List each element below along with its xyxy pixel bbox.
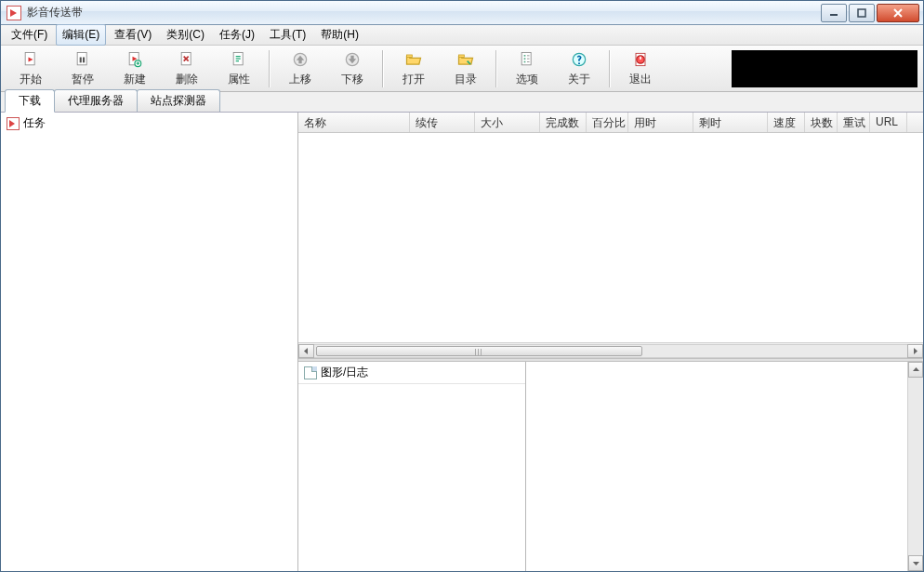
arrow-down-icon <box>341 49 363 70</box>
window-controls <box>819 4 919 22</box>
dir-button[interactable]: 目录 <box>442 48 490 89</box>
props-button[interactable]: 属性 <box>215 48 263 89</box>
vscroll-track[interactable] <box>908 378 923 555</box>
toolbar-separator <box>269 50 271 87</box>
scroll-track[interactable] <box>314 344 907 358</box>
scroll-down-button[interactable] <box>908 555 923 571</box>
window-title: 影音传送带 <box>27 5 83 20</box>
scroll-up-button[interactable] <box>908 362 923 378</box>
tab-0[interactable]: 下载 <box>5 89 55 113</box>
graph-log-header[interactable]: 图形/日志 <box>298 362 525 384</box>
page-props-icon <box>228 49 250 70</box>
log-detail-pane <box>526 362 923 571</box>
toolbar-label: 删除 <box>176 72 198 87</box>
column-header-9[interactable]: 重试 <box>838 113 870 132</box>
options-button[interactable]: 选项 <box>503 48 551 89</box>
svg-rect-13 <box>459 55 465 58</box>
menu-0[interactable]: 文件(F) <box>5 24 54 46</box>
toolbar-label: 上移 <box>289 72 311 87</box>
toolbar-label: 目录 <box>455 72 477 87</box>
column-header-3[interactable]: 完成数 <box>540 113 587 132</box>
column-header-6[interactable]: 剩时 <box>693 113 768 132</box>
app-icon <box>7 6 21 20</box>
toolbar-label: 下移 <box>341 72 363 87</box>
toolbar: 开始暂停新建删除属性上移下移打开目录选项关于退出 <box>1 46 923 92</box>
folder-icon <box>7 117 20 130</box>
toolbar-label: 属性 <box>228 72 250 87</box>
menu-4[interactable]: 任务(J) <box>213 24 261 46</box>
toolbar-label: 关于 <box>568 72 590 87</box>
about-button[interactable]: 关于 <box>555 48 603 89</box>
folder-dir-icon <box>455 49 477 70</box>
moveup-button[interactable]: 上移 <box>276 48 324 89</box>
page-pause-icon <box>72 49 94 70</box>
column-header-2[interactable]: 大小 <box>475 113 540 132</box>
scroll-left-button[interactable] <box>298 344 314 358</box>
close-button[interactable] <box>877 4 919 22</box>
vertical-scrollbar[interactable] <box>907 362 923 571</box>
folder-open-icon <box>403 49 425 70</box>
tab-strip: 下载代理服务器站点探测器 <box>1 92 923 113</box>
column-header-4[interactable]: 百分比 <box>587 113 628 132</box>
open-button[interactable]: 打开 <box>389 48 438 89</box>
scroll-right-button[interactable] <box>907 344 923 358</box>
menu-6[interactable]: 帮助(H) <box>314 24 365 46</box>
category-tree-pane: 任务 <box>1 113 298 571</box>
bottom-split: 图形/日志 <box>298 362 923 571</box>
column-header-1[interactable]: 续传 <box>410 113 475 132</box>
svg-rect-0 <box>830 14 838 16</box>
start-button[interactable]: 开始 <box>7 48 55 89</box>
toolbar-label: 开始 <box>20 72 42 87</box>
menu-bar: 文件(F)编辑(E)查看(V)类别(C)任务(J)工具(T)帮助(H) <box>1 25 923 46</box>
svg-rect-16 <box>524 58 526 60</box>
svg-rect-15 <box>524 55 526 57</box>
menu-1[interactable]: 编辑(E) <box>56 24 106 46</box>
options-icon <box>516 49 538 70</box>
tab-1[interactable]: 代理服务器 <box>54 89 138 112</box>
menu-2[interactable]: 查看(V) <box>108 24 158 46</box>
maximize-button[interactable] <box>849 4 875 22</box>
toolbar-label: 退出 <box>629 72 652 87</box>
title-bar: 影音传送带 <box>1 1 923 25</box>
menu-5[interactable]: 工具(T) <box>263 24 312 46</box>
exit-icon <box>629 49 652 70</box>
task-grid-body[interactable] <box>298 133 923 342</box>
graph-log-label: 图形/日志 <box>321 365 368 380</box>
toolbar-label: 选项 <box>516 72 538 87</box>
toolbar-separator <box>495 50 497 87</box>
app-window: 影音传送带 文件(F)编辑(E)查看(V)类别(C)任务(J)工具(T)帮助(H… <box>0 0 924 572</box>
exit-button[interactable]: 退出 <box>616 48 665 89</box>
toolbar-banner <box>732 50 917 87</box>
content-area: 任务 名称续传大小完成数百分比用时剩时速度块数重试URL 图形/日志 <box>1 113 923 571</box>
column-header-8[interactable]: 块数 <box>805 113 838 132</box>
toolbar-separator <box>609 50 611 87</box>
toolbar-label: 打开 <box>403 72 425 87</box>
minimize-button[interactable] <box>821 4 847 22</box>
pause-button[interactable]: 暂停 <box>59 48 107 89</box>
toolbar-separator <box>382 50 384 87</box>
arrow-up-icon <box>289 49 311 70</box>
toolbar-label: 暂停 <box>72 72 94 87</box>
movedown-button[interactable]: 下移 <box>328 48 376 89</box>
task-grid-header: 名称续传大小完成数百分比用时剩时速度块数重试URL <box>298 113 923 133</box>
column-header-10[interactable]: URL <box>870 113 907 132</box>
new-button[interactable]: 新建 <box>111 48 159 89</box>
scroll-thumb[interactable] <box>316 346 642 356</box>
svg-point-19 <box>578 62 580 64</box>
menu-3[interactable]: 类别(C) <box>160 24 211 46</box>
horizontal-scrollbar[interactable] <box>298 342 923 358</box>
document-icon <box>304 366 317 379</box>
page-delete-icon <box>176 49 198 70</box>
tab-2[interactable]: 站点探测器 <box>137 89 220 112</box>
svg-rect-4 <box>80 58 82 63</box>
column-header-0[interactable]: 名称 <box>298 113 410 132</box>
svg-rect-12 <box>407 55 413 58</box>
svg-rect-5 <box>83 58 85 63</box>
graph-log-pane: 图形/日志 <box>298 362 526 571</box>
tree-root-tasks[interactable]: 任务 <box>1 113 297 134</box>
column-header-7[interactable]: 速度 <box>768 113 805 132</box>
column-header-5[interactable]: 用时 <box>628 113 693 132</box>
delete-button[interactable]: 删除 <box>163 48 211 89</box>
svg-rect-3 <box>77 53 86 65</box>
right-pane: 名称续传大小完成数百分比用时剩时速度块数重试URL 图形/日志 <box>298 113 923 571</box>
